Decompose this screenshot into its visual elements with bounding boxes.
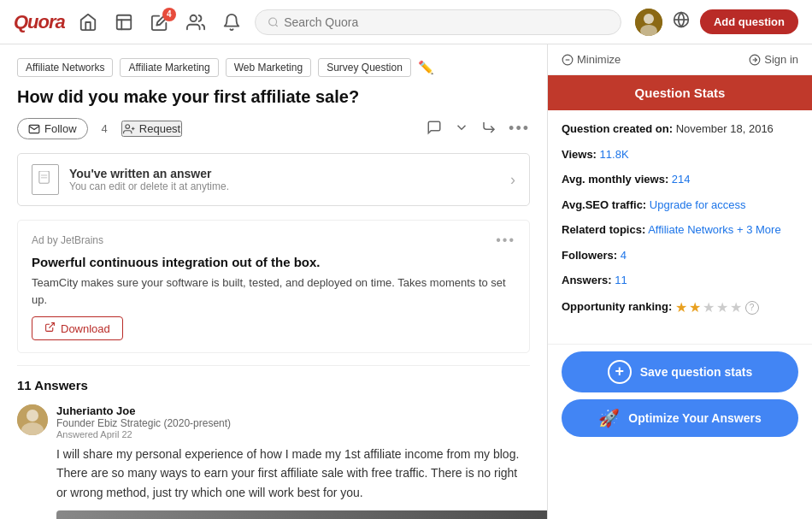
quora-logo[interactable]: Quora <box>14 11 65 33</box>
rocket-icon: 🚀 <box>598 408 620 428</box>
action-icons: ••• <box>427 120 530 139</box>
stat-views: Views: 11.8K <box>562 146 798 163</box>
user-actions: Add question <box>635 9 798 36</box>
author-info: Juherianto Joe Founder Ebiz Strategic (2… <box>56 404 231 439</box>
minimize-icon <box>562 54 574 66</box>
stat-opportunity: Opportunity ranking: ★ ★ ★ ★ ★ ? <box>562 298 798 318</box>
edit-tags-icon[interactable]: ✏️ <box>418 60 434 75</box>
download-button[interactable]: Download <box>32 316 123 340</box>
answers-nav-icon[interactable] <box>115 13 133 32</box>
stat-followers: Followers: 4 <box>562 247 798 264</box>
upgrade-link[interactable]: Upgrade for access <box>650 198 746 211</box>
answer-item: Juherianto Joe Founder Ebiz Strategic (2… <box>17 404 530 519</box>
save-icon: + <box>608 360 632 384</box>
tags-row: Affiliate Networks Affiliate Marketing W… <box>17 58 530 77</box>
tag-web-marketing[interactable]: Web Marketing <box>226 58 311 77</box>
star-5: ★ <box>730 298 742 318</box>
optimize-button[interactable]: 🚀 Optimize Your Answers <box>562 399 798 437</box>
answer-author: Juherianto Joe Founder Ebiz Strategic (2… <box>17 404 530 439</box>
author-name[interactable]: Juherianto Joe <box>56 404 231 417</box>
written-answer-title: You've written an answer <box>69 167 229 180</box>
star-rating: ★ ★ ★ ★ ★ <box>675 298 742 318</box>
star-3: ★ <box>703 298 715 318</box>
svg-point-11 <box>126 124 130 128</box>
written-answer-banner[interactable]: You've written an answer You can edit or… <box>17 153 530 206</box>
people-nav-icon[interactable] <box>186 13 205 32</box>
bell-nav-icon[interactable] <box>222 13 241 32</box>
request-icon <box>123 123 135 135</box>
star-4: ★ <box>716 298 728 318</box>
search-bar[interactable] <box>255 9 621 35</box>
tag-affiliate-networks[interactable]: Affiliate Networks <box>17 58 113 77</box>
question-title: How did you make your first affiliate sa… <box>17 86 530 108</box>
nav-icons: 4 <box>79 13 241 32</box>
signin-button[interactable]: Sign in <box>749 53 798 66</box>
follow-icon <box>28 123 40 135</box>
stat-answers: Answers: 11 <box>562 272 798 289</box>
follow-count: 4 <box>102 122 108 135</box>
comment-action-icon[interactable] <box>427 120 442 139</box>
svg-point-4 <box>268 18 276 26</box>
stat-related: Relaterd topics: Affiliate Networks + 3 … <box>562 221 798 239</box>
sidebar: Minimize Sign in Question Stats Question… <box>547 44 812 519</box>
ad-body: TeamCity makes sure your software is bui… <box>32 274 515 308</box>
more-action-icon[interactable]: ••• <box>509 120 530 138</box>
share-action-icon[interactable] <box>481 120 497 139</box>
tag-survey-question[interactable]: Survey Question <box>318 58 411 77</box>
content-area: Affiliate Networks Affiliate Marketing W… <box>0 44 547 519</box>
doc-icon <box>32 164 59 195</box>
header: Quora 4 Add question <box>0 0 812 44</box>
question-stats-header: Question Stats <box>548 75 812 110</box>
minimize-button[interactable]: Minimize <box>562 53 621 66</box>
stat-avg-monthly: Avg. monthly views: 214 <box>562 171 798 188</box>
search-input[interactable] <box>284 15 609 29</box>
star-1: ★ <box>675 298 687 318</box>
home-nav-icon[interactable] <box>79 13 97 32</box>
sidebar-top: Minimize Sign in <box>548 44 812 75</box>
author-avatar <box>17 404 48 435</box>
svg-line-17 <box>49 323 54 328</box>
answer-text: I will share my personal experience of h… <box>56 445 530 502</box>
svg-rect-0 <box>117 15 132 29</box>
ad-header: Ad by JetBrains ••• <box>32 233 515 248</box>
globe-icon[interactable] <box>673 11 690 32</box>
main-layout: Affiliate Networks Affiliate Marketing W… <box>0 44 812 519</box>
answer-date: Answered April 22 <box>56 429 231 439</box>
ad-container: Ad by JetBrains ••• Powerful continuous … <box>17 220 530 353</box>
answer-image <box>56 510 547 519</box>
stat-seo: Avg.SEO traffic: Upgrade for access <box>562 197 798 214</box>
search-icon <box>268 16 279 28</box>
svg-point-3 <box>190 15 196 21</box>
ad-title: Powerful continuous integration out of t… <box>32 255 515 269</box>
svg-point-19 <box>26 410 38 422</box>
signin-icon <box>749 54 761 66</box>
add-question-button[interactable]: Add question <box>700 9 798 34</box>
ad-label: Ad by JetBrains <box>32 234 103 246</box>
author-title: Founder Ebiz Strategic (2020-present) <box>56 417 231 429</box>
divider-1 <box>548 344 812 345</box>
svg-point-7 <box>644 14 654 24</box>
opportunity-help-icon[interactable]: ? <box>745 301 759 315</box>
external-link-icon <box>44 321 56 335</box>
banner-arrow-icon: › <box>510 171 515 189</box>
svg-rect-14 <box>39 171 49 183</box>
actions-row: Follow 4 Request ••• <box>17 118 530 139</box>
stats-body: Question created on: November 18, 2016 V… <box>548 110 812 337</box>
edit-badge: 4 <box>162 8 176 21</box>
avatar[interactable] <box>635 9 662 36</box>
tag-affiliate-marketing[interactable]: Affiliate Marketing <box>120 58 218 77</box>
ad-more-icon[interactable]: ••• <box>496 233 515 248</box>
request-button[interactable]: Request <box>121 121 182 137</box>
save-stats-button[interactable]: + Save question stats <box>562 351 798 392</box>
star-2: ★ <box>689 298 701 318</box>
written-answer-subtitle: You can edit or delete it at anytime. <box>69 180 229 192</box>
edit-nav-icon[interactable]: 4 <box>150 13 169 32</box>
stat-created: Question created on: November 18, 2016 <box>562 121 798 138</box>
answers-header: 11 Answers <box>17 365 530 392</box>
downvote-action-icon[interactable] <box>454 120 469 139</box>
svg-line-5 <box>275 24 277 26</box>
follow-button[interactable]: Follow <box>17 118 88 139</box>
